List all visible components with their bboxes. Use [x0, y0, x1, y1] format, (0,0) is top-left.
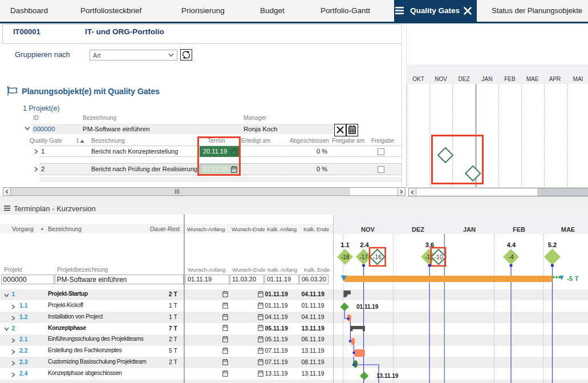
svg-text:FEB: FEB: [513, 226, 525, 233]
svg-text:MAE: MAE: [526, 76, 539, 82]
svg-text:NOV: NOV: [361, 226, 375, 233]
svg-text:JAN: JAN: [482, 76, 493, 82]
svg-text:2.4: 2.4: [360, 241, 369, 248]
svg-text:13.11.19: 13.11.19: [376, 373, 399, 379]
svg-text:APR: APR: [549, 76, 561, 82]
svg-text:-10: -10: [435, 254, 443, 260]
svg-text:MAI: MAI: [573, 76, 583, 82]
svg-text:NOV: NOV: [435, 76, 447, 82]
svg-text:-16: -16: [373, 254, 382, 260]
svg-text:-5 T: -5 T: [567, 275, 578, 282]
svg-text:OKT: OKT: [412, 76, 424, 82]
svg-text:JAN: JAN: [463, 226, 476, 233]
svg-text:DEZ: DEZ: [459, 76, 470, 82]
svg-text:DEZ: DEZ: [412, 226, 424, 233]
svg-text:MAE: MAE: [561, 226, 575, 233]
svg-text:FEB: FEB: [504, 76, 516, 82]
svg-text:01.11.19: 01.11.19: [356, 304, 379, 310]
svg-text:4.4: 4.4: [507, 241, 516, 248]
svg-text:-17: -17: [359, 254, 368, 260]
svg-text:1.1: 1.1: [340, 241, 349, 248]
svg-text:-18: -18: [341, 254, 350, 260]
svg-text:-4: -4: [509, 254, 514, 260]
svg-text:5.2: 5.2: [548, 241, 557, 248]
